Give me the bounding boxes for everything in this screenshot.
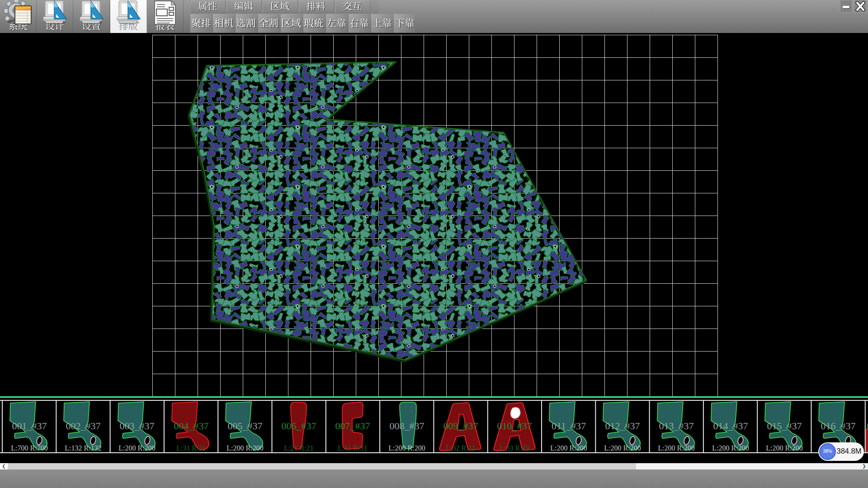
svg-text:006_#37: 006_#37: [282, 420, 316, 432]
svg-text:L:200 R:200: L:200 R:200: [550, 444, 587, 452]
svg-text:L:31 R:31: L:31 R:31: [338, 444, 367, 452]
svg-text:L:132 R:132: L:132 R:132: [65, 444, 101, 452]
svg-text:012_#37: 012_#37: [605, 420, 640, 432]
svg-text:002_#37: 002_#37: [66, 420, 101, 432]
svg-text:L:200 R:200: L:200 R:200: [388, 444, 425, 452]
svg-text:L:700 R:700: L:700 R:700: [11, 444, 47, 452]
svg-text:005_#37: 005_#37: [228, 420, 263, 432]
svg-text:L:200 R:200: L:200 R:200: [766, 444, 802, 452]
svg-text:L:21 R:21: L:21 R:21: [284, 444, 313, 452]
svg-text:L:200 R:200: L:200 R:200: [604, 444, 641, 452]
svg-text:L:200 R:200: L:200 R:200: [226, 444, 263, 452]
svg-text:011_#37: 011_#37: [552, 420, 586, 432]
svg-text:014_#37: 014_#37: [713, 420, 748, 432]
svg-text:L:200 R:200: L:200 R:200: [658, 444, 694, 452]
svg-text:010_#37: 010_#37: [497, 420, 532, 432]
svg-text:L:200 R:200: L:200 R:200: [712, 444, 749, 452]
svg-text:013_#37: 013_#37: [659, 420, 694, 432]
svg-text:004_#37: 004_#37: [174, 420, 209, 432]
svg-text:007_#37: 007_#37: [335, 420, 370, 432]
svg-text:L:200 R:200: L:200 R:200: [118, 444, 155, 452]
svg-text:L:31 R:31: L:31 R:31: [176, 444, 206, 452]
svg-text:L:32 R:31: L:32 R:31: [446, 444, 475, 452]
svg-text:003_#37: 003_#37: [120, 420, 155, 432]
svg-text:009_#37: 009_#37: [443, 420, 478, 432]
svg-text:L:33 R:33: L:33 R:33: [500, 444, 529, 452]
svg-text:008_#37: 008_#37: [390, 420, 425, 432]
svg-text:015_#37: 015_#37: [767, 420, 802, 432]
svg-text:001_#37: 001_#37: [12, 420, 47, 432]
svg-text:016_#37: 016_#37: [821, 420, 856, 432]
